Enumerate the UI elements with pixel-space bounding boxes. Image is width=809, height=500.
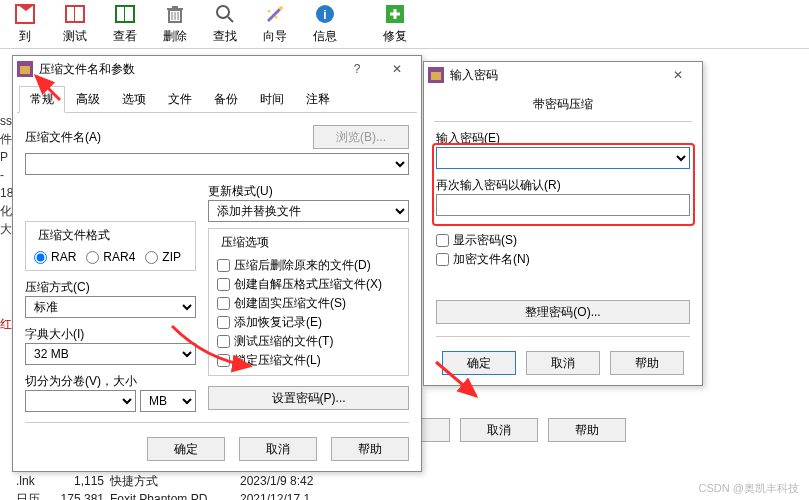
- password-field[interactable]: [436, 147, 690, 169]
- tool-view[interactable]: 查看: [100, 2, 150, 48]
- tab-strip: 常规 高级 选项 文件 备份 时间 注释: [17, 86, 417, 113]
- opt-solid[interactable]: 创建固实压缩文件(S): [217, 295, 400, 312]
- set-password-button[interactable]: 设置密码(P)...: [208, 386, 409, 410]
- opt-lock[interactable]: 锁定压缩文件(L): [217, 352, 400, 369]
- opt-sfx[interactable]: 创建自解压格式压缩文件(X): [217, 276, 400, 293]
- dialog-title: 压缩文件名和参数: [39, 61, 337, 78]
- close-icon[interactable]: ✕: [658, 64, 698, 86]
- svg-rect-15: [431, 72, 441, 80]
- format-rar[interactable]: RAR: [34, 250, 76, 264]
- tab-options[interactable]: 选项: [111, 86, 157, 112]
- winrar-icon: [17, 61, 33, 77]
- opt-recovery[interactable]: 添加恢复记录(E): [217, 314, 400, 331]
- tab-backup[interactable]: 备份: [203, 86, 249, 112]
- dialog-title: 输入密码: [450, 67, 658, 84]
- tab-advanced[interactable]: 高级: [65, 86, 111, 112]
- password-confirm-field[interactable]: [436, 194, 690, 216]
- titlebar: 压缩文件名和参数 ? ✕: [13, 56, 421, 82]
- table-row: 日历…175,381Foxit Phantom PD...2021/12/17 …: [0, 490, 350, 500]
- svg-point-7: [268, 10, 271, 13]
- password-label: 输入密码(E): [436, 131, 500, 145]
- svg-point-6: [279, 6, 283, 10]
- svg-point-5: [217, 6, 229, 18]
- tab-time[interactable]: 时间: [249, 86, 295, 112]
- update-mode-label: 更新模式(U): [208, 184, 273, 198]
- help-button[interactable]: 帮助: [331, 437, 409, 461]
- help-icon[interactable]: ?: [337, 58, 377, 80]
- ok-button[interactable]: 确定: [442, 351, 516, 375]
- password-confirm-label: 再次输入密码以确认(R): [436, 178, 561, 192]
- svg-rect-4: [124, 6, 125, 22]
- tab-comment[interactable]: 注释: [295, 86, 341, 112]
- tool-test[interactable]: 测试: [50, 2, 100, 48]
- opt-test[interactable]: 测试压缩的文件(T): [217, 333, 400, 350]
- format-group: 压缩文件格式 RAR RAR4 ZIP: [25, 221, 196, 271]
- split-unit-select[interactable]: MB: [140, 390, 196, 412]
- winrar-icon: [428, 67, 444, 83]
- tool-info[interactable]: i信息: [300, 2, 350, 48]
- archive-name-field[interactable]: [25, 153, 409, 175]
- tool-delete[interactable]: 删除: [150, 2, 200, 48]
- show-password-checkbox[interactable]: 显示密码(S): [436, 232, 690, 249]
- password-subtitle: 带密码压缩: [424, 88, 702, 121]
- svg-rect-2: [74, 6, 75, 22]
- cancel-button[interactable]: 取消: [526, 351, 600, 375]
- table-row: .lnk1,115快捷方式2023/1/9 8:42: [0, 472, 350, 490]
- encrypt-names-checkbox[interactable]: 加密文件名(N): [436, 251, 690, 268]
- tab-files[interactable]: 文件: [157, 86, 203, 112]
- dict-label: 字典大小(I): [25, 327, 84, 341]
- opt-delete-after[interactable]: 压缩后删除原来的文件(D): [217, 257, 400, 274]
- main-toolbar: 到 测试 查看 删除 查找 向导 i信息 修复: [0, 0, 809, 49]
- archive-params-dialog: 压缩文件名和参数 ? ✕ 常规 高级 选项 文件 备份 时间 注释 压缩文件名(…: [12, 55, 422, 472]
- password-dialog: 输入密码 ✕ 带密码压缩 输入密码(E) 再次输入密码以确认(R) 显示密码(S…: [423, 61, 703, 386]
- watermark: CSDN @奥凯丰科技: [699, 481, 799, 496]
- format-zip[interactable]: ZIP: [145, 250, 181, 264]
- left-clipped-red: 红: [0, 316, 12, 333]
- organize-passwords-button[interactable]: 整理密码(O)...: [436, 300, 690, 324]
- bg-cancel-button[interactable]: 取消: [460, 418, 538, 442]
- browse-button[interactable]: 浏览(B)...: [313, 125, 409, 149]
- bg-help-button[interactable]: 帮助: [548, 418, 626, 442]
- close-icon[interactable]: ✕: [377, 58, 417, 80]
- tool-repair[interactable]: 修复: [370, 2, 420, 48]
- tool-extract[interactable]: 到: [0, 2, 50, 48]
- svg-text:i: i: [323, 8, 326, 22]
- svg-point-8: [275, 16, 278, 19]
- split-size-field[interactable]: [25, 390, 136, 412]
- update-mode-select[interactable]: 添加并替换文件: [208, 200, 409, 222]
- svg-rect-13: [20, 66, 30, 74]
- ok-button[interactable]: 确定: [147, 437, 225, 461]
- tab-general[interactable]: 常规: [19, 86, 65, 113]
- dict-select[interactable]: 32 MB: [25, 343, 196, 365]
- help-button[interactable]: 帮助: [610, 351, 684, 375]
- format-rar4[interactable]: RAR4: [86, 250, 135, 264]
- titlebar: 输入密码 ✕: [424, 62, 702, 88]
- cancel-button[interactable]: 取消: [239, 437, 317, 461]
- archive-name-label: 压缩文件名(A): [25, 129, 101, 146]
- tool-find[interactable]: 查找: [200, 2, 250, 48]
- tool-wizard[interactable]: 向导: [250, 2, 300, 48]
- options-group: 压缩选项 压缩后删除原来的文件(D) 创建自解压格式压缩文件(X) 创建固实压缩…: [208, 228, 409, 376]
- split-label: 切分为分卷(V)，大小: [25, 374, 137, 388]
- method-label: 压缩方式(C): [25, 280, 90, 294]
- method-select[interactable]: 标准: [25, 296, 196, 318]
